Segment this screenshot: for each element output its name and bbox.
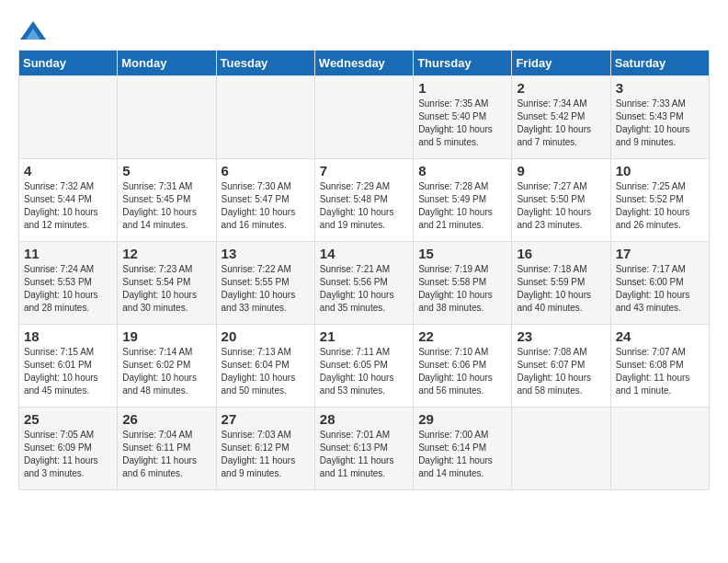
calendar-cell: 16Sunrise: 7:18 AMSunset: 5:59 PMDayligh… bbox=[512, 242, 610, 325]
day-info: Sunrise: 7:18 AMSunset: 5:59 PMDaylight:… bbox=[517, 263, 605, 315]
day-info: Sunrise: 7:04 AMSunset: 6:11 PMDaylight:… bbox=[122, 429, 210, 480]
day-info: Sunrise: 7:31 AMSunset: 5:45 PMDaylight:… bbox=[122, 180, 210, 232]
day-number: 3 bbox=[616, 80, 704, 96]
calendar-cell: 3Sunrise: 7:33 AMSunset: 5:43 PMDaylight… bbox=[610, 76, 709, 159]
day-number: 14 bbox=[320, 246, 408, 261]
calendar-cell: 25Sunrise: 7:05 AMSunset: 6:09 PMDayligh… bbox=[19, 408, 118, 490]
day-number: 26 bbox=[122, 411, 210, 427]
calendar-cell bbox=[19, 76, 118, 159]
day-number: 28 bbox=[320, 411, 408, 427]
day-number: 20 bbox=[222, 328, 310, 344]
calendar-week-4: 18Sunrise: 7:15 AMSunset: 6:01 PMDayligh… bbox=[19, 325, 710, 408]
day-number: 11 bbox=[24, 246, 112, 261]
day-number: 4 bbox=[24, 163, 112, 178]
day-info: Sunrise: 7:14 AMSunset: 6:02 PMDaylight:… bbox=[122, 346, 210, 397]
col-header-thursday: Thursday bbox=[414, 51, 512, 76]
day-number: 8 bbox=[418, 163, 506, 178]
calendar-cell: 1Sunrise: 7:35 AMSunset: 5:40 PMDaylight… bbox=[414, 76, 512, 159]
col-header-monday: Monday bbox=[118, 51, 216, 76]
day-number: 9 bbox=[517, 163, 605, 178]
day-info: Sunrise: 7:17 AMSunset: 6:00 PMDaylight:… bbox=[616, 263, 704, 315]
day-number: 27 bbox=[222, 411, 310, 427]
calendar-cell: 24Sunrise: 7:07 AMSunset: 6:08 PMDayligh… bbox=[610, 325, 709, 408]
day-info: Sunrise: 7:25 AMSunset: 5:52 PMDaylight:… bbox=[616, 180, 704, 232]
calendar-cell: 22Sunrise: 7:10 AMSunset: 6:06 PMDayligh… bbox=[414, 325, 512, 408]
calendar-cell: 26Sunrise: 7:04 AMSunset: 6:11 PMDayligh… bbox=[118, 408, 216, 490]
calendar-cell: 7Sunrise: 7:29 AMSunset: 5:48 PMDaylight… bbox=[314, 159, 413, 242]
col-header-tuesday: Tuesday bbox=[216, 51, 314, 76]
calendar-cell: 29Sunrise: 7:00 AMSunset: 6:14 PMDayligh… bbox=[414, 408, 512, 490]
col-header-wednesday: Wednesday bbox=[314, 51, 413, 76]
calendar-cell: 12Sunrise: 7:23 AMSunset: 5:54 PMDayligh… bbox=[118, 242, 216, 325]
day-number: 2 bbox=[517, 80, 605, 96]
col-header-saturday: Saturday bbox=[610, 51, 709, 76]
day-info: Sunrise: 7:30 AMSunset: 5:47 PMDaylight:… bbox=[222, 180, 310, 232]
day-number: 13 bbox=[222, 246, 310, 261]
day-number: 1 bbox=[418, 80, 506, 96]
col-header-friday: Friday bbox=[512, 51, 610, 76]
calendar-cell: 10Sunrise: 7:25 AMSunset: 5:52 PMDayligh… bbox=[610, 159, 709, 242]
calendar-cell: 13Sunrise: 7:22 AMSunset: 5:55 PMDayligh… bbox=[216, 242, 314, 325]
calendar-cell: 5Sunrise: 7:31 AMSunset: 5:45 PMDaylight… bbox=[118, 159, 216, 242]
calendar-cell: 6Sunrise: 7:30 AMSunset: 5:47 PMDaylight… bbox=[216, 159, 314, 242]
calendar-cell: 27Sunrise: 7:03 AMSunset: 6:12 PMDayligh… bbox=[216, 408, 314, 490]
header bbox=[18, 18, 710, 40]
calendar-week-2: 4Sunrise: 7:32 AMSunset: 5:44 PMDaylight… bbox=[19, 159, 710, 242]
day-number: 19 bbox=[122, 328, 210, 344]
day-info: Sunrise: 7:03 AMSunset: 6:12 PMDaylight:… bbox=[222, 429, 310, 480]
day-info: Sunrise: 7:29 AMSunset: 5:48 PMDaylight:… bbox=[320, 180, 408, 232]
calendar-header-row: SundayMondayTuesdayWednesdayThursdayFrid… bbox=[19, 51, 710, 76]
calendar-cell: 2Sunrise: 7:34 AMSunset: 5:42 PMDaylight… bbox=[512, 76, 610, 159]
calendar-cell bbox=[512, 408, 610, 490]
day-number: 6 bbox=[222, 163, 310, 178]
logo bbox=[18, 18, 46, 40]
calendar-cell: 11Sunrise: 7:24 AMSunset: 5:53 PMDayligh… bbox=[19, 242, 118, 325]
day-info: Sunrise: 7:34 AMSunset: 5:42 PMDaylight:… bbox=[517, 98, 605, 149]
calendar-week-3: 11Sunrise: 7:24 AMSunset: 5:53 PMDayligh… bbox=[19, 242, 710, 325]
day-info: Sunrise: 7:33 AMSunset: 5:43 PMDaylight:… bbox=[616, 98, 704, 149]
day-number: 15 bbox=[418, 246, 506, 261]
logo-text bbox=[18, 18, 46, 40]
day-info: Sunrise: 7:28 AMSunset: 5:49 PMDaylight:… bbox=[418, 180, 506, 232]
day-number: 10 bbox=[616, 163, 704, 178]
calendar-week-1: 1Sunrise: 7:35 AMSunset: 5:40 PMDaylight… bbox=[19, 76, 710, 159]
col-header-sunday: Sunday bbox=[19, 51, 118, 76]
calendar-cell: 14Sunrise: 7:21 AMSunset: 5:56 PMDayligh… bbox=[314, 242, 413, 325]
calendar-cell: 23Sunrise: 7:08 AMSunset: 6:07 PMDayligh… bbox=[512, 325, 610, 408]
day-number: 24 bbox=[616, 328, 704, 344]
day-number: 23 bbox=[517, 328, 605, 344]
calendar-cell: 18Sunrise: 7:15 AMSunset: 6:01 PMDayligh… bbox=[19, 325, 118, 408]
day-info: Sunrise: 7:10 AMSunset: 6:06 PMDaylight:… bbox=[418, 346, 506, 397]
day-number: 22 bbox=[418, 328, 506, 344]
day-info: Sunrise: 7:35 AMSunset: 5:40 PMDaylight:… bbox=[418, 98, 506, 149]
day-info: Sunrise: 7:05 AMSunset: 6:09 PMDaylight:… bbox=[24, 429, 112, 480]
day-info: Sunrise: 7:27 AMSunset: 5:50 PMDaylight:… bbox=[517, 180, 605, 232]
day-number: 21 bbox=[320, 328, 408, 344]
day-number: 12 bbox=[122, 246, 210, 261]
calendar-cell: 9Sunrise: 7:27 AMSunset: 5:50 PMDaylight… bbox=[512, 159, 610, 242]
day-info: Sunrise: 7:07 AMSunset: 6:08 PMDaylight:… bbox=[616, 346, 704, 397]
day-info: Sunrise: 7:11 AMSunset: 6:05 PMDaylight:… bbox=[320, 346, 408, 397]
calendar-week-5: 25Sunrise: 7:05 AMSunset: 6:09 PMDayligh… bbox=[19, 408, 710, 490]
day-number: 18 bbox=[24, 328, 112, 344]
calendar-cell: 4Sunrise: 7:32 AMSunset: 5:44 PMDaylight… bbox=[19, 159, 118, 242]
day-number: 25 bbox=[24, 411, 112, 427]
calendar-table: SundayMondayTuesdayWednesdayThursdayFrid… bbox=[18, 50, 710, 490]
day-number: 17 bbox=[616, 246, 704, 261]
day-info: Sunrise: 7:21 AMSunset: 5:56 PMDaylight:… bbox=[320, 263, 408, 315]
day-info: Sunrise: 7:23 AMSunset: 5:54 PMDaylight:… bbox=[122, 263, 210, 315]
calendar-cell: 28Sunrise: 7:01 AMSunset: 6:13 PMDayligh… bbox=[314, 408, 413, 490]
calendar-cell: 20Sunrise: 7:13 AMSunset: 6:04 PMDayligh… bbox=[216, 325, 314, 408]
logo-icon bbox=[20, 21, 46, 40]
day-info: Sunrise: 7:32 AMSunset: 5:44 PMDaylight:… bbox=[24, 180, 112, 232]
calendar-cell bbox=[610, 408, 709, 490]
calendar-cell: 17Sunrise: 7:17 AMSunset: 6:00 PMDayligh… bbox=[610, 242, 709, 325]
day-info: Sunrise: 7:24 AMSunset: 5:53 PMDaylight:… bbox=[24, 263, 112, 315]
day-number: 5 bbox=[122, 163, 210, 178]
day-number: 29 bbox=[418, 411, 506, 427]
day-number: 16 bbox=[517, 246, 605, 261]
calendar-cell: 19Sunrise: 7:14 AMSunset: 6:02 PMDayligh… bbox=[118, 325, 216, 408]
day-number: 7 bbox=[320, 163, 408, 178]
calendar-cell: 21Sunrise: 7:11 AMSunset: 6:05 PMDayligh… bbox=[314, 325, 413, 408]
calendar-cell: 8Sunrise: 7:28 AMSunset: 5:49 PMDaylight… bbox=[414, 159, 512, 242]
